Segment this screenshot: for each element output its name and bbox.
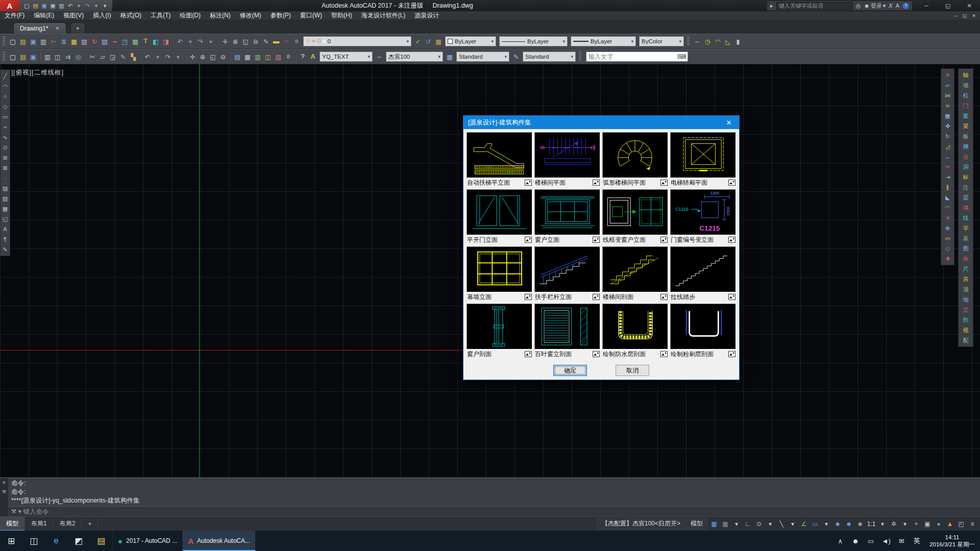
taskbar-clock[interactable]: 14:11 2016/3/21 星期一 bbox=[924, 534, 980, 548]
component-elevator-plan[interactable]: 电梯轿厢平面 bbox=[670, 132, 736, 187]
preview-icon[interactable] bbox=[660, 237, 668, 243]
annotation-scale-icon[interactable]: ☻ bbox=[854, 518, 866, 530]
text-input[interactable] bbox=[586, 53, 677, 60]
layout-tab-model[interactable]: 模型 bbox=[0, 517, 25, 531]
line-icon[interactable]: ╱ bbox=[1, 71, 10, 81]
plugin-platform-icon[interactable]: 台 bbox=[961, 152, 970, 161]
redo-icon[interactable]: ↷ bbox=[195, 36, 206, 46]
task-view-button[interactable]: ◫ bbox=[22, 531, 45, 551]
measure-radius-icon[interactable]: ◠ bbox=[713, 36, 723, 46]
matchprop2-icon[interactable]: ✎ bbox=[118, 52, 128, 62]
clean-screen-icon[interactable]: ● bbox=[933, 518, 944, 530]
menu-hailong[interactable]: 海龙设计软件(L) bbox=[357, 11, 410, 20]
workspace-dropdown-icon[interactable]: ▾ bbox=[899, 518, 911, 530]
undo-arrow-icon[interactable]: ▾ bbox=[185, 36, 195, 46]
qat-new-icon[interactable]: ▢ bbox=[22, 2, 31, 10]
ok-button[interactable]: 确定 bbox=[553, 365, 587, 376]
insert-block-icon[interactable]: ⊞ bbox=[1, 153, 10, 162]
match-properties-icon[interactable]: ✎ bbox=[261, 36, 271, 46]
layer-properties-icon[interactable]: ≣ bbox=[59, 36, 69, 46]
polar-dropdown-icon[interactable]: ▾ bbox=[765, 518, 776, 530]
customization-plus-icon[interactable]: + bbox=[911, 518, 922, 530]
toolbar-separator[interactable] bbox=[85, 52, 86, 61]
plugin-view-icon[interactable]: 视 bbox=[961, 325, 970, 335]
redo-arrow-icon[interactable]: ▾ bbox=[206, 36, 216, 46]
qat-saveas-icon[interactable]: ▣ bbox=[48, 2, 57, 10]
qnew-icon[interactable]: ▢ bbox=[8, 36, 18, 46]
menu-parametric[interactable]: 参数(P) bbox=[266, 11, 296, 20]
publish-icon[interactable]: ⇉ bbox=[63, 52, 73, 62]
linetype-icon[interactable]: ┅ bbox=[110, 36, 120, 46]
menu-window[interactable]: 窗口(W) bbox=[296, 11, 327, 20]
zoom2-window-icon[interactable]: ◱ bbox=[208, 52, 218, 62]
toolbar-separator[interactable] bbox=[40, 52, 41, 61]
menu-draw[interactable]: 绘图(D) bbox=[175, 11, 205, 20]
lineweight-combo[interactable]: ByLayer ▾ bbox=[571, 36, 636, 46]
plugin-dim-icon[interactable]: 标 bbox=[961, 172, 970, 182]
tab-close-icon[interactable]: ✕ bbox=[55, 26, 59, 31]
plugin-roof-icon[interactable]: 顶 bbox=[961, 285, 970, 294]
save2-icon[interactable]: ▣ bbox=[28, 52, 38, 62]
rect-tool-icon[interactable]: ▭ bbox=[943, 234, 952, 243]
preview-icon[interactable] bbox=[660, 180, 668, 186]
autocad-logo-icon[interactable]: A bbox=[0, 0, 19, 11]
trim-tool-icon[interactable]: ✂ bbox=[943, 162, 952, 171]
toolbar-grip[interactable] bbox=[687, 36, 690, 46]
preview-icon[interactable] bbox=[525, 351, 532, 357]
plugin-fill-icon[interactable]: 填 bbox=[961, 203, 970, 212]
point-icon[interactable]: ∙ bbox=[1, 173, 10, 183]
plugin-stair-icon[interactable]: 梯 bbox=[961, 142, 970, 151]
ime-icon[interactable]: 英 bbox=[909, 531, 924, 551]
layout-tab-layout2[interactable]: 布局2 bbox=[54, 517, 82, 531]
toolbar-separator[interactable] bbox=[230, 52, 231, 61]
menu-insert[interactable]: 插入(I) bbox=[88, 11, 115, 20]
modify-tools-icon[interactable]: ✂ bbox=[48, 36, 59, 46]
qat-redo-arrow-icon[interactable]: ▾ bbox=[92, 2, 101, 10]
plugin-window-icon[interactable]: 窗 bbox=[961, 111, 970, 120]
refedit-icon[interactable]: ▧ bbox=[79, 36, 89, 46]
color-combo[interactable]: ByLayer ▾ bbox=[445, 36, 496, 46]
plugin-config-icon[interactable]: 配 bbox=[961, 336, 970, 345]
measure-area-icon[interactable]: ◺ bbox=[723, 36, 733, 46]
pan2-icon[interactable]: ✛ bbox=[187, 52, 198, 62]
sheetset-icon[interactable]: ◫ bbox=[263, 52, 273, 62]
search-icon[interactable]: ◎ bbox=[856, 3, 861, 9]
menu-help[interactable]: 帮助(H) bbox=[327, 11, 357, 20]
plugin-room-icon[interactable]: 房 bbox=[961, 274, 970, 284]
component-door-elevation[interactable]: 平开门立面 bbox=[467, 189, 532, 244]
qat-save-icon[interactable]: ▣ bbox=[40, 2, 48, 10]
help-icon[interactable]: ? bbox=[298, 52, 308, 62]
plugin-figure-icon[interactable]: 图 bbox=[961, 244, 970, 253]
measure-ruler-icon[interactable]: ▬ bbox=[271, 36, 281, 46]
addtext-icon[interactable]: ¶ bbox=[1, 235, 10, 244]
doc-close-button[interactable]: ✕ bbox=[970, 13, 978, 18]
edit-icon[interactable]: ✎ bbox=[1, 245, 10, 254]
qat-overflow-icon[interactable]: ▾ bbox=[101, 2, 109, 10]
taskbar-app-gstarcad[interactable]: ● 2017 - AutoCAD ... bbox=[112, 531, 182, 551]
copy-tool-icon[interactable]: ▱ bbox=[943, 81, 952, 90]
layer-make-current-icon[interactable]: ✔ bbox=[413, 36, 423, 46]
preview-icon[interactable] bbox=[728, 237, 736, 243]
start-button[interactable]: ⊞ bbox=[0, 531, 22, 551]
plugin-block-icon[interactable]: 块 bbox=[961, 254, 970, 263]
plugin-slab-icon[interactable]: 板 bbox=[961, 132, 970, 141]
qat-open-icon[interactable]: ▤ bbox=[31, 2, 40, 10]
plugin-door-icon[interactable]: 门 bbox=[961, 101, 970, 110]
viewport-controls[interactable]: [-][俯视][二维线框] bbox=[6, 68, 64, 77]
rectangle-icon[interactable]: ▭ bbox=[1, 112, 10, 121]
store-button[interactable]: ◩ bbox=[67, 531, 90, 551]
component-escalator[interactable]: 自动扶梯平立面 bbox=[467, 132, 532, 187]
qat-plot-icon[interactable]: ▥ bbox=[57, 2, 66, 10]
xclip-icon[interactable]: ◨ bbox=[161, 36, 171, 46]
toolbar-grip[interactable] bbox=[579, 52, 581, 62]
otrack-dropdown-icon[interactable]: ▾ bbox=[787, 518, 798, 530]
restore-button[interactable]: ◱ bbox=[937, 0, 959, 11]
toolpalettes-icon[interactable]: ▥ bbox=[253, 52, 263, 62]
move-tool-icon[interactable]: ✜ bbox=[943, 121, 952, 131]
preview-icon[interactable] bbox=[593, 180, 600, 186]
otrack-toggle[interactable]: ╲ bbox=[776, 518, 787, 530]
qat-undo-arrow-icon[interactable]: ▾ bbox=[75, 2, 83, 10]
plugin-table-icon[interactable]: 表 bbox=[961, 234, 970, 243]
ortho-toggle[interactable]: ∟ bbox=[742, 518, 753, 530]
plugin-text-icon[interactable]: 字 bbox=[961, 223, 970, 233]
